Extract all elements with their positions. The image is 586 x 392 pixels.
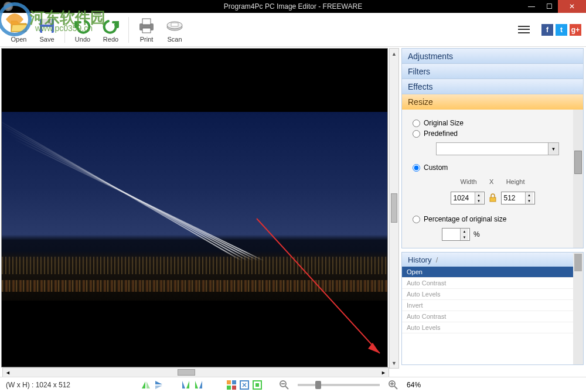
adjustments-header[interactable]: Adjustments: [402, 49, 583, 64]
chevron-down-icon[interactable]: ▼: [548, 143, 558, 155]
predefined-radio[interactable]: [413, 130, 420, 138]
svg-rect-13: [490, 197, 496, 202]
width-spinner[interactable]: ▲▼: [451, 192, 485, 204]
close-button[interactable]: ✕: [558, 0, 586, 13]
height-label: Height: [506, 178, 525, 185]
predefined-label: Predefined: [424, 129, 458, 138]
original-size-radio[interactable]: [413, 120, 420, 127]
height-input[interactable]: [502, 192, 525, 204]
window-title: Program4Pc PC Image Editor - FREEWARE: [224, 2, 362, 11]
flip-horizontal-icon[interactable]: [141, 380, 151, 390]
zoom-slider[interactable]: [298, 384, 380, 386]
side-accordion: Adjustments Filters Effects Resize Origi…: [401, 48, 584, 248]
history-item[interactable]: Auto Levels: [402, 322, 573, 333]
printer-icon: [137, 16, 156, 35]
scroll-up-icon[interactable]: ▲: [390, 49, 398, 59]
floppy-icon: [38, 16, 56, 35]
scroll-left-icon[interactable]: ◄: [3, 368, 13, 377]
resize-scrollbar[interactable]: [573, 110, 583, 248]
edited-image: [2, 112, 387, 301]
effects-header[interactable]: Effects: [402, 79, 583, 94]
titlebar: Program4Pc PC Image Editor - FREEWARE — …: [0, 0, 586, 13]
width-label: Width: [461, 178, 477, 185]
svg-rect-6: [142, 19, 151, 25]
undo-button[interactable]: Undo: [69, 14, 97, 46]
resize-header[interactable]: Resize: [402, 94, 583, 110]
svg-rect-20: [255, 383, 259, 387]
folder-open-icon: [9, 16, 28, 35]
history-item[interactable]: Auto Contrast: [402, 311, 573, 322]
svg-rect-15: [232, 380, 236, 384]
undo-icon: [73, 16, 92, 35]
percentage-spinner[interactable]: ▲▼: [442, 228, 470, 241]
minimize-button[interactable]: —: [523, 0, 540, 13]
original-size-label: Original Size: [424, 119, 464, 127]
app-icon: [4, 2, 13, 11]
zoom-in-icon[interactable]: [388, 380, 398, 390]
x-label: X: [489, 178, 493, 185]
history-item[interactable]: Invert: [402, 300, 573, 311]
filters-header[interactable]: Filters: [402, 64, 583, 79]
scan-button[interactable]: Scan: [161, 14, 189, 46]
history-header: History /: [402, 253, 573, 267]
svg-rect-17: [232, 386, 236, 390]
svg-line-25: [394, 386, 397, 389]
custom-label: Custom: [424, 163, 448, 172]
percentage-radio[interactable]: [413, 216, 420, 223]
zoom-percentage: 64%: [407, 381, 421, 389]
history-item[interactable]: Auto Contrast: [402, 278, 573, 289]
googleplus-icon[interactable]: g+: [570, 24, 581, 36]
height-spinner[interactable]: ▲▼: [501, 192, 535, 204]
redo-icon: [101, 16, 120, 35]
main-toolbar: Open Save Undo Redo Print Scan f t g+: [0, 13, 586, 47]
fit-screen-icon[interactable]: [239, 380, 250, 390]
percentage-input[interactable]: [442, 229, 460, 240]
list-view-icon[interactable]: [518, 25, 530, 35]
facebook-icon[interactable]: f: [541, 24, 553, 36]
image-canvas[interactable]: [1, 48, 388, 367]
image-dimensions: (W x H) : 1024 x 512: [6, 381, 70, 389]
save-button[interactable]: Save: [33, 14, 61, 46]
rotate-left-icon[interactable]: [180, 380, 191, 390]
history-panel: History / OpenAuto ContrastAuto LevelsIn…: [401, 252, 584, 365]
zoom-out-icon[interactable]: [279, 380, 289, 390]
svg-rect-16: [227, 386, 231, 390]
open-button[interactable]: Open: [5, 14, 33, 46]
grid-small-icon[interactable]: [226, 380, 237, 390]
scanner-icon: [165, 16, 184, 35]
predefined-combo[interactable]: ▼: [436, 142, 559, 155]
redo-button[interactable]: Redo: [97, 14, 125, 46]
svg-rect-4: [48, 19, 50, 23]
print-button[interactable]: Print: [132, 14, 161, 46]
flip-vertical-icon[interactable]: [154, 380, 164, 390]
resize-panel: Original Size Predefined ▼ Custom Width …: [402, 110, 583, 248]
percentage-label: Percentage of original size: [424, 215, 506, 223]
statusbar: (W x H) : 1024 x 512 64%: [0, 377, 586, 392]
canvas-scrollbar-vertical[interactable]: ▲ ▼: [389, 48, 399, 369]
width-input[interactable]: [451, 192, 475, 204]
scroll-right-icon[interactable]: ►: [379, 368, 389, 377]
svg-rect-14: [227, 380, 231, 384]
svg-rect-3: [42, 27, 52, 33]
svg-line-22: [285, 386, 288, 389]
history-scrollbar[interactable]: [573, 253, 583, 364]
svg-rect-7: [142, 28, 151, 33]
history-item[interactable]: Open: [402, 267, 573, 278]
svg-rect-10: [171, 23, 178, 26]
actual-size-icon[interactable]: [252, 380, 263, 390]
maximize-button[interactable]: ☐: [540, 0, 558, 13]
rotate-right-icon[interactable]: [193, 380, 204, 390]
percent-symbol: %: [473, 230, 480, 238]
scroll-down-icon[interactable]: ▼: [390, 358, 398, 368]
custom-radio[interactable]: [413, 164, 420, 172]
lock-icon[interactable]: [488, 193, 498, 203]
history-item[interactable]: Auto Levels: [402, 289, 573, 300]
twitter-icon[interactable]: t: [556, 24, 567, 36]
canvas-scrollbar-horizontal[interactable]: ◄ ►: [2, 367, 389, 377]
